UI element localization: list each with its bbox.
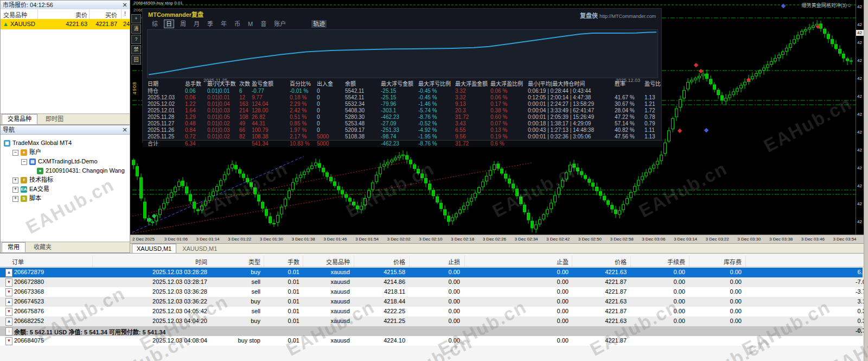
sidebar-item-脚本[interactable]: +S脚本 (12, 194, 41, 202)
column-divider (689, 256, 690, 267)
expand-icon[interactable]: + (12, 178, 18, 183)
back-button[interactable]: 回 (131, 55, 141, 65)
stats-cell: -462.23 (381, 141, 399, 147)
window-scrollbar[interactable] (864, 0, 868, 361)
stats-cell: 5253.48 (345, 121, 365, 127)
order-tp: 0.00 (503, 308, 569, 314)
stats-cell: 0 (317, 88, 320, 94)
stats-cell: 47.56 % (615, 134, 635, 140)
menu-item-周[interactable]: 周 (178, 20, 188, 28)
mt4-window: 206646509-buy stop 0.01 206632343-4.75 0… (0, 0, 868, 361)
tab-favorites[interactable]: 收藏夹 (28, 243, 57, 252)
order-tp: 0.00 (503, 298, 569, 305)
stats-cell: -25.15 (381, 94, 396, 101)
order-row-206674523[interactable]: ▲2066745232025.12.03 03:36:22buy0.01xauu… (0, 297, 863, 307)
clear-button[interactable]: 清 (131, 24, 141, 34)
market-watch-title: 市场报价: 04:12:56 (3, 2, 53, 8)
stats-header-cell: 最大浮亏金额 (381, 81, 413, 87)
expand-icon[interactable]: + (12, 187, 18, 193)
move-icon[interactable]: + (131, 14, 141, 23)
help-button[interactable]: ? (131, 35, 141, 44)
menu-item-日[interactable]: 日 (164, 20, 174, 28)
sidebar-item-CXMTradingLtd-Demo[interactable]: −▤CXMTradingLtd-Demo (21, 157, 98, 166)
stats-cell: 0.06 (185, 88, 195, 94)
chart-tab-1[interactable]: XAUUSD,M1 (132, 244, 176, 253)
stats-header-cell: 最大浮盈比例 (490, 81, 523, 87)
stats-cell: 0.06 % (490, 94, 507, 101)
order-sl: 0.00 (395, 278, 460, 285)
stats-row-2025.11.28: 2025.11.281.290.01|0.0510826.820.51 %052… (143, 114, 662, 121)
order-sl: 0.00 (395, 318, 460, 324)
time-tick-label: 3 Dec 02:58 (610, 237, 634, 242)
time-tick-label: 3 Dec 03:06 (642, 237, 665, 242)
tree-label: TradeMax Global MT4 (12, 140, 72, 146)
tree-label: 技术指标 (29, 176, 53, 183)
tab-tick-chart[interactable]: 即时图 (40, 115, 69, 124)
menu-item-币[interactable]: 币 (233, 20, 242, 28)
stats-cell: 26.82 (252, 114, 265, 121)
stats-row-2025.12.03: 2025.12.030.060.01|0.01129.770.18 %05542… (143, 94, 662, 101)
close-icon[interactable]: ✕ (122, 125, 128, 134)
orders-col-手续费: 手续费 (626, 257, 685, 266)
sidebar-item-root[interactable]: ▦TradeMax Global MT4 (4, 138, 72, 147)
order-row-206672879[interactable]: ▲2066728792025.12.03 03:28:28buy0.01xauu… (0, 268, 863, 277)
lock-button[interactable]: 禁 (131, 45, 141, 54)
stats-cell: 20.3 (455, 107, 465, 114)
stats-cell: 0.6 % (490, 141, 505, 147)
stats-cell: 0:00:01 | 2:24:27 | 13:58:29 (528, 101, 594, 107)
menu-item-月[interactable]: 月 (192, 20, 201, 28)
mtcommander-title: MTCommander复盘 (148, 10, 203, 18)
close-icon[interactable]: ✕ (122, 1, 128, 9)
sidebar-item-EA交易[interactable]: +EAEA交易 (12, 185, 49, 193)
stats-row-合计: 合计6.34541.3410.83 %5000-462.23-8.76 %31.… (143, 140, 662, 147)
time-tick-label: 3 Dec 01:54 (355, 237, 379, 242)
menu-item-账户[interactable]: 账户 (272, 20, 288, 28)
order-row-206673368[interactable]: ▼2066733682025.12.03 03:36:28sell0.01xau… (0, 287, 863, 297)
stats-cell: 9.13 (455, 101, 465, 107)
menu-item-季[interactable]: 季 (206, 20, 215, 28)
order-row-206684075[interactable]: ▼2066840752025.12.03 04:08:04buy stop0.0… (0, 336, 863, 346)
order-row-206675876[interactable]: ▼2066758762025.12.03 04:05:42sell0.01xau… (0, 307, 863, 316)
price-tick-label: 42 (857, 219, 862, 224)
stats-cell: 108 (239, 114, 248, 121)
order-row-206672880[interactable]: ▼2066728802025.12.03 03:28:17sell0.01xau… (0, 277, 863, 287)
menu-item-M[interactable]: M (246, 20, 254, 28)
ask-value: 4221.87 (90, 21, 117, 27)
track-button[interactable]: 轨迹 (311, 20, 327, 28)
order-price2: 4221.63 (561, 269, 627, 275)
order-tp: 0.00 (503, 337, 569, 344)
stats-cell: 0:00:18 | 1:38:17 | 4:29:09 (528, 121, 591, 127)
price-tick-label: 42 (857, 112, 862, 117)
menu-item-综[interactable]: 综 (150, 20, 159, 28)
stats-cell: 41.67 % (615, 94, 635, 101)
summary-arrow-icon: ↓ (5, 327, 12, 335)
stats-row-2025.12.01: 2025.12.011.640.01|0.03214128.002.42 %05… (143, 107, 662, 114)
order-swap: 0.00 (676, 298, 742, 305)
sidebar-item-技术指标[interactable]: +f技术指标 (12, 175, 53, 184)
stats-cell: 2.42 % (290, 107, 307, 114)
expand-icon[interactable]: + (12, 196, 18, 202)
chart-tab-2[interactable]: XAUUSD,M1 (178, 244, 221, 253)
stats-cell: 10.83 % (290, 141, 310, 147)
stats-cell: 6.34 (185, 141, 195, 147)
sidebar-item-2100910431: Changqin Wang[interactable]: ●2100910431: Changqin Wang (30, 166, 125, 175)
tab-common[interactable]: 常用 (2, 242, 25, 252)
column-divider (264, 256, 264, 267)
order-swap: 0.00 (676, 269, 742, 275)
sell-order-icon: ▼ (5, 288, 12, 296)
order-comm: 0.00 (620, 278, 685, 285)
summary-profit: -0.77 (803, 327, 868, 334)
sidebar-item-账户[interactable]: −♦账户 (12, 148, 41, 156)
menu-item-音[interactable]: 音 (259, 20, 268, 28)
tree-label: CXMTradingLtd-Demo (38, 158, 98, 164)
menu-item-年[interactable]: 年 (219, 20, 228, 28)
tab-symbols[interactable]: 交易品种 (2, 114, 37, 124)
collapse-icon[interactable]: − (12, 150, 18, 156)
current-price-box: 42 (856, 30, 864, 36)
symbol-row-xauusd[interactable]: ▲ XAUUSD 4221.63 4221.87 24 (1, 19, 130, 29)
collapse-icon[interactable]: − (21, 159, 27, 165)
order-row-206682252[interactable]: ▲2066822522025.12.03 04:04:20buy0.01xauu… (0, 316, 863, 326)
stats-header-cell: 最大浮亏比例 (418, 81, 451, 87)
user-icon: ● (37, 168, 43, 174)
stats-cell: 1.97 % (290, 127, 307, 134)
